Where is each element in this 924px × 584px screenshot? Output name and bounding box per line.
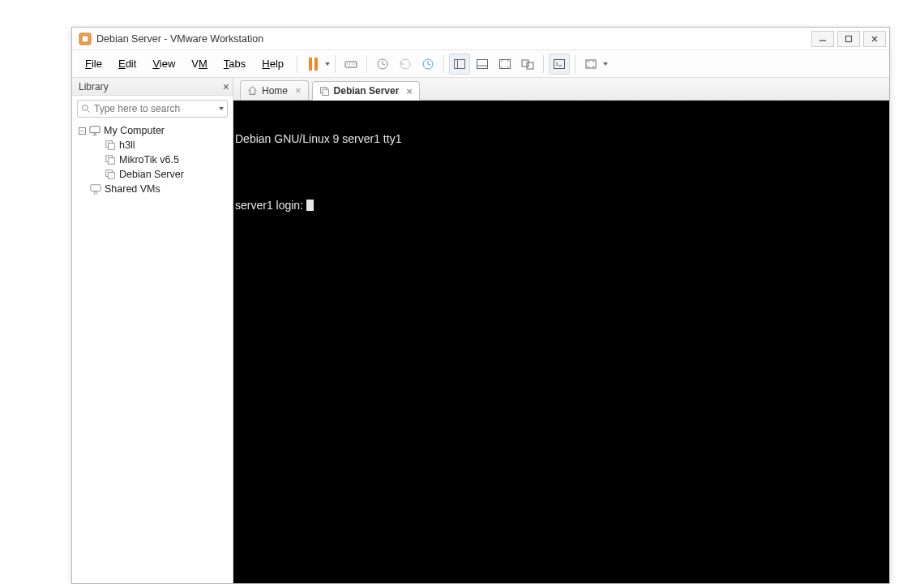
- snapshot-controls: [372, 54, 438, 75]
- tab-label: Debian Server: [334, 85, 400, 97]
- revert-snapshot-button[interactable]: [395, 54, 416, 75]
- toolbar-separator: [443, 55, 444, 73]
- menu-edit[interactable]: Edit: [110, 54, 144, 73]
- app-window: Debian Server - VMware Workstation File …: [71, 27, 890, 584]
- svg-rect-25: [554, 59, 565, 68]
- menu-file[interactable]: File: [77, 54, 110, 73]
- library-search[interactable]: [77, 100, 228, 118]
- stretch-guest-button[interactable]: [580, 54, 601, 75]
- svg-rect-24: [527, 62, 533, 69]
- toolbar-separator: [366, 55, 367, 73]
- window-title: Debian Server - VMware Workstation: [96, 33, 811, 45]
- clock-back-icon: [399, 58, 412, 71]
- fullscreen-button[interactable]: [494, 54, 515, 75]
- toolbar-separator: [575, 55, 575, 73]
- library-title: Library: [79, 81, 109, 92]
- thumbnail-icon: [476, 58, 489, 71]
- menu-help[interactable]: Help: [254, 54, 292, 73]
- chevron-down-icon[interactable]: [603, 62, 608, 66]
- tab-label: Home: [262, 85, 288, 97]
- toolbar-separator: [335, 55, 336, 73]
- send-ctrl-alt-del-button[interactable]: [340, 54, 361, 75]
- close-button[interactable]: [863, 31, 886, 47]
- svg-point-40: [94, 191, 97, 195]
- vm-icon: [319, 86, 330, 97]
- show-library-button[interactable]: [449, 54, 470, 75]
- pause-vm-button[interactable]: [302, 54, 323, 75]
- search-icon: [81, 103, 91, 114]
- search-input[interactable]: [94, 103, 216, 114]
- take-snapshot-button[interactable]: [372, 54, 393, 75]
- clock-manage-icon: [421, 58, 434, 71]
- app-icon: [79, 32, 92, 45]
- tab-strip: Home × Debian Server ×: [233, 78, 889, 101]
- vm-console[interactable]: Debian GNU/Linux 9 server1 tty1 server1 …: [233, 101, 889, 583]
- svg-line-17: [428, 64, 430, 65]
- svg-rect-38: [108, 172, 114, 178]
- titlebar: Debian Server - VMware Workstation: [72, 28, 889, 50]
- svg-rect-22: [500, 59, 511, 68]
- svg-rect-36: [108, 157, 114, 164]
- pause-icon: [309, 58, 318, 71]
- maximize-button[interactable]: [837, 31, 860, 47]
- tree-label: My Computer: [104, 125, 165, 136]
- vm-icon: [105, 154, 116, 165]
- unity-icon: [521, 58, 534, 71]
- collapse-icon[interactable]: −: [79, 127, 86, 135]
- menu-view[interactable]: View: [144, 54, 183, 73]
- console-view-button[interactable]: [549, 54, 570, 75]
- svg-rect-23: [522, 60, 528, 67]
- svg-rect-34: [108, 143, 114, 149]
- svg-rect-20: [477, 59, 488, 68]
- monitor-icon: [89, 125, 101, 136]
- close-icon[interactable]: ×: [223, 80, 229, 93]
- home-icon: [247, 85, 258, 96]
- window-controls: [811, 31, 886, 47]
- console-login-prompt: server1 login:: [233, 198, 889, 213]
- tree-my-computer[interactable]: − My Computer: [72, 123, 233, 138]
- unity-button[interactable]: [517, 54, 538, 75]
- close-icon[interactable]: ×: [295, 84, 302, 97]
- tree-label: Shared VMs: [105, 183, 160, 195]
- stretch-icon: [584, 58, 597, 71]
- library-sidebar: Library × − My Computer h3ll: [72, 78, 233, 583]
- tree-label: h3ll: [119, 140, 135, 151]
- minimize-button[interactable]: [811, 31, 834, 47]
- view-controls: [449, 54, 538, 75]
- svg-rect-39: [91, 185, 101, 191]
- close-icon[interactable]: ×: [406, 85, 413, 97]
- keyboard-icon: [344, 58, 357, 71]
- menu-tabs[interactable]: Tabs: [216, 54, 254, 73]
- tree-vm-item[interactable]: h3ll: [72, 138, 233, 152]
- shared-icon: [90, 183, 101, 195]
- chevron-down-icon[interactable]: [219, 107, 224, 110]
- tree-vm-item[interactable]: Debian Server: [72, 167, 233, 182]
- svg-rect-42: [323, 89, 328, 95]
- vm-icon: [105, 169, 116, 180]
- tree-shared-vms[interactable]: Shared VMs: [72, 182, 233, 196]
- tab-debian-server[interactable]: Debian Server ×: [312, 81, 420, 101]
- svg-line-13: [383, 64, 385, 65]
- library-tree: − My Computer h3ll MikroTik v6.5 Debian …: [72, 122, 233, 198]
- console-icon: [553, 58, 566, 71]
- console-line: Debian GNU/Linux 9 server1 tty1: [233, 131, 889, 146]
- svg-rect-1: [82, 36, 88, 42]
- cursor-icon: [306, 200, 314, 211]
- tree-label: Debian Server: [119, 169, 184, 180]
- vm-icon: [105, 140, 116, 151]
- sidebar-icon: [453, 58, 466, 71]
- svg-rect-3: [846, 36, 852, 41]
- manage-snapshots-button[interactable]: [417, 54, 438, 75]
- svg-rect-30: [90, 127, 100, 133]
- menu-vm[interactable]: VM: [183, 54, 216, 73]
- workspace: Library × − My Computer h3ll: [72, 78, 889, 583]
- tab-home[interactable]: Home ×: [240, 80, 309, 100]
- svg-line-29: [88, 110, 90, 113]
- clock-icon: [376, 58, 389, 71]
- library-header: Library ×: [72, 78, 233, 96]
- svg-point-28: [83, 105, 88, 111]
- tree-label: MikroTik v6.5: [119, 154, 179, 165]
- tree-vm-item[interactable]: MikroTik v6.5: [72, 152, 233, 167]
- chevron-down-icon[interactable]: [325, 62, 330, 66]
- show-thumbnail-button[interactable]: [472, 54, 493, 75]
